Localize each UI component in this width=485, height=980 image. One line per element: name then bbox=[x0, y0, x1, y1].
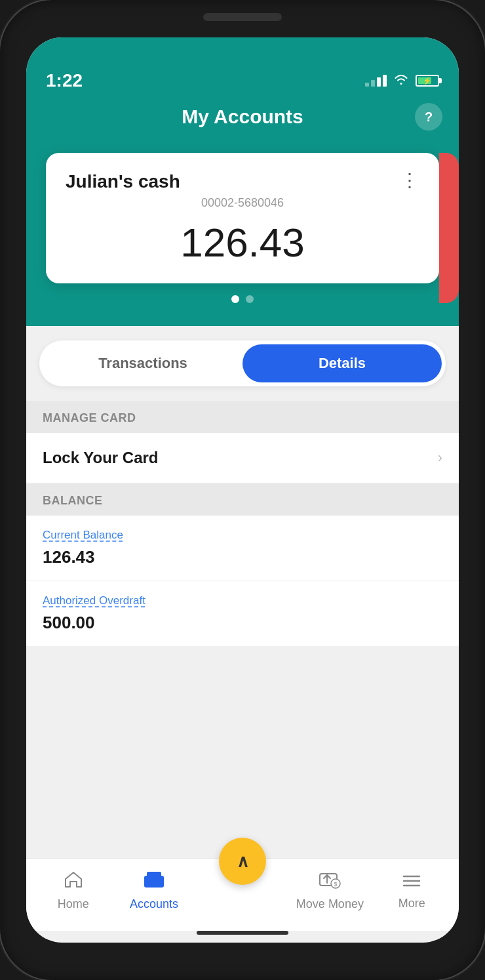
phone-frame: 1:22 ⚡ bbox=[0, 0, 485, 980]
content-section: MANAGE CARD Lock Your Card › BALANCE Cur… bbox=[26, 401, 459, 858]
lock-card-label: Lock Your Card bbox=[43, 449, 158, 467]
phone-screen: 1:22 ⚡ bbox=[26, 37, 459, 943]
manage-card-label: MANAGE CARD bbox=[43, 411, 136, 424]
speaker bbox=[203, 13, 282, 21]
current-balance-value: 126.43 bbox=[43, 547, 442, 567]
tab-details[interactable]: Details bbox=[242, 344, 442, 382]
balance-section-label: BALANCE bbox=[43, 494, 103, 507]
nav-home[interactable]: Home bbox=[41, 870, 106, 911]
nav-more-label: More bbox=[398, 897, 425, 910]
status-icons: ⚡ bbox=[365, 73, 439, 89]
authorized-overdraft-label[interactable]: Authorized Overdraft bbox=[43, 594, 442, 607]
bottom-nav: ∧ Home Accounts bbox=[26, 858, 459, 931]
card-peek bbox=[439, 153, 459, 303]
nav-move-money[interactable]: $ Move Money bbox=[296, 870, 364, 911]
card-menu-button[interactable]: ⋮ bbox=[400, 171, 419, 190]
balance-section-header: BALANCE bbox=[26, 483, 459, 516]
dot-2 bbox=[246, 295, 254, 303]
nav-accounts-label: Accounts bbox=[130, 897, 178, 911]
signal-icon bbox=[365, 75, 387, 87]
fab-button[interactable]: ∧ bbox=[219, 838, 266, 885]
svg-rect-1 bbox=[147, 872, 161, 877]
home-indicator bbox=[197, 931, 288, 935]
tab-transactions[interactable]: Transactions bbox=[43, 344, 242, 382]
status-bar: 1:22 ⚡ bbox=[26, 37, 459, 99]
card-account-name: Julian's cash bbox=[66, 171, 180, 192]
dot-1 bbox=[231, 295, 239, 303]
accounts-icon bbox=[143, 870, 165, 893]
tab-container: Transactions Details bbox=[39, 340, 446, 386]
authorized-overdraft-item: Authorized Overdraft 500.00 bbox=[26, 581, 459, 647]
move-money-icon: $ bbox=[319, 870, 341, 893]
lock-card-item[interactable]: Lock Your Card › bbox=[26, 433, 459, 483]
more-icon bbox=[402, 872, 421, 893]
nav-home-label: Home bbox=[58, 897, 89, 911]
help-icon: ? bbox=[425, 110, 433, 125]
nav-accounts[interactable]: Accounts bbox=[121, 870, 187, 911]
card-indicator-dots bbox=[43, 295, 442, 306]
fab-container: ∧ bbox=[219, 838, 266, 885]
app-header: My Accounts ? bbox=[26, 99, 459, 140]
current-balance-item: Current Balance 126.43 bbox=[26, 516, 459, 581]
current-balance-label[interactable]: Current Balance bbox=[43, 529, 442, 542]
battery-icon: ⚡ bbox=[416, 75, 439, 87]
nav-move-money-label: Move Money bbox=[296, 897, 364, 911]
manage-card-section-header: MANAGE CARD bbox=[26, 401, 459, 433]
svg-rect-0 bbox=[144, 876, 164, 888]
chevron-up-icon: ∧ bbox=[237, 851, 249, 872]
nav-more[interactable]: More bbox=[379, 872, 444, 910]
card-balance-amount: 126.43 bbox=[66, 220, 419, 265]
status-time: 1:22 bbox=[46, 70, 83, 91]
tab-section: Transactions Details bbox=[26, 326, 459, 401]
help-button[interactable]: ? bbox=[415, 103, 442, 131]
home-icon bbox=[64, 870, 83, 893]
wifi-icon bbox=[393, 73, 409, 89]
card-account-number: 00002-5680046 bbox=[66, 196, 419, 210]
page-title: My Accounts bbox=[182, 106, 303, 128]
chevron-right-icon: › bbox=[438, 449, 442, 466]
authorized-overdraft-value: 500.00 bbox=[43, 613, 442, 633]
card-area: Julian's cash ⋮ 00002-5680046 126.43 bbox=[26, 140, 459, 326]
svg-text:$: $ bbox=[334, 881, 338, 888]
account-card[interactable]: Julian's cash ⋮ 00002-5680046 126.43 bbox=[46, 153, 439, 283]
